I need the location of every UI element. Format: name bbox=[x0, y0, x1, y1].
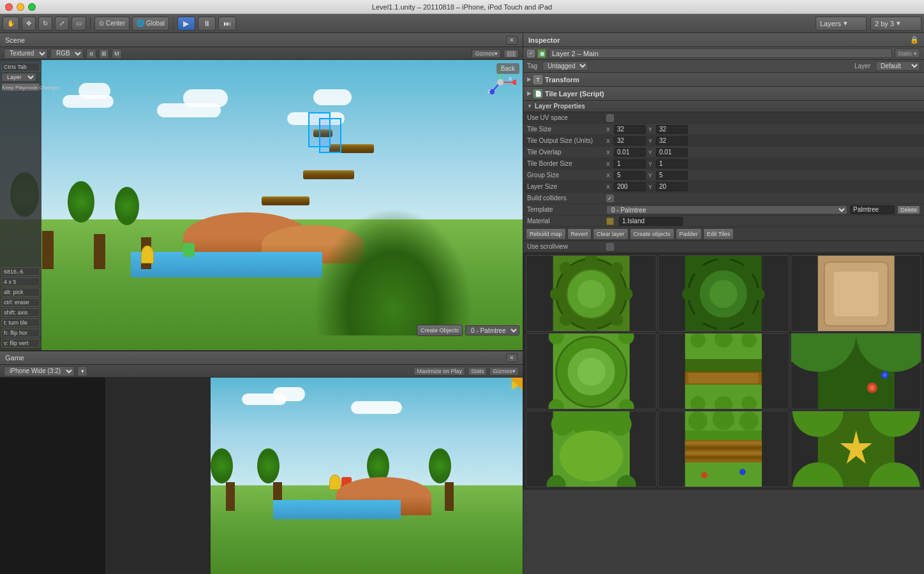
separator-2 bbox=[173, 17, 174, 30]
material-input[interactable] bbox=[619, 217, 683, 226]
mipmap-icon-btn[interactable]: M bbox=[112, 48, 122, 59]
minimize-button[interactable] bbox=[17, 3, 24, 11]
padder-button[interactable]: Padder bbox=[676, 228, 702, 240]
snap-settings-button[interactable]: |||||| bbox=[503, 49, 519, 58]
tile-border-x-input[interactable] bbox=[614, 159, 646, 168]
layers-dropdown[interactable]: Layers ▾ bbox=[816, 17, 867, 31]
object-name-input[interactable] bbox=[549, 48, 892, 58]
tag-select[interactable]: Untagged bbox=[542, 61, 588, 71]
tile-cell-5[interactable] bbox=[658, 333, 789, 409]
stats-button[interactable]: Stats bbox=[468, 367, 488, 376]
tile-overlap-x-input[interactable] bbox=[614, 148, 646, 157]
revert-button[interactable]: Revert bbox=[567, 228, 592, 240]
material-label: Material bbox=[527, 217, 604, 224]
game-header: Game ✕ bbox=[0, 351, 523, 365]
tile-cell-6[interactable] bbox=[791, 333, 921, 409]
tile-output-x-input[interactable] bbox=[614, 136, 646, 145]
inspector-tab-label[interactable]: Inspector bbox=[528, 36, 560, 44]
hand-tool-button[interactable]: ✋ bbox=[3, 17, 19, 31]
clear-layer-button[interactable]: Clear layer bbox=[593, 228, 629, 240]
tile-cell-8[interactable] bbox=[658, 411, 789, 487]
global-icon: 🌐 bbox=[137, 20, 144, 27]
close-scene-button[interactable]: ✕ bbox=[506, 36, 518, 45]
keep-playmode-button[interactable]: Keep Playmode Changes bbox=[1, 83, 40, 92]
group-size-y-input[interactable] bbox=[656, 171, 688, 180]
step-button[interactable]: ⏭ bbox=[218, 17, 236, 31]
tile-cell-4[interactable] bbox=[526, 333, 657, 409]
center-button[interactable]: ⊙ Center bbox=[94, 17, 130, 31]
create-objects-button[interactable]: Create Objects bbox=[417, 325, 463, 336]
scene-tab-label[interactable]: Scene bbox=[5, 36, 25, 44]
template-name-input[interactable] bbox=[850, 205, 895, 214]
maximize-play-button[interactable]: Maximize on Play bbox=[414, 367, 465, 376]
template-select[interactable]: 0 - Palmtree bbox=[606, 205, 847, 214]
game-tab-label[interactable]: Game bbox=[5, 354, 24, 362]
lock-icon[interactable]: 🔒 bbox=[910, 36, 919, 44]
scale-tool-button[interactable]: ⤢ bbox=[55, 17, 69, 31]
tile-size-x-input[interactable] bbox=[614, 125, 646, 134]
tile-cell-1[interactable] bbox=[526, 255, 657, 332]
layer-select[interactable]: Default bbox=[876, 61, 920, 71]
selected-platform-2 bbox=[308, 112, 331, 147]
bush-overlay bbox=[313, 208, 473, 335]
play-button[interactable]: ▶ bbox=[177, 17, 195, 31]
tool-coords[interactable]: CtrIs Tab bbox=[1, 63, 40, 71]
create-objects-inspector-button[interactable]: Create objects bbox=[630, 228, 674, 240]
y-label-5: Y bbox=[648, 172, 655, 179]
game-gizmos-button[interactable]: Gizmos ▾ bbox=[489, 367, 519, 376]
tile-size-y-input[interactable] bbox=[656, 125, 688, 134]
tile-cell-3[interactable] bbox=[791, 255, 921, 332]
gizmos-button[interactable]: Gizmos ▾ bbox=[472, 49, 501, 58]
overdraw-icon-btn[interactable]: ⊞ bbox=[99, 48, 109, 59]
svg-point-62 bbox=[883, 373, 886, 377]
layer-select-overlay[interactable]: Layer 2 - Main bbox=[1, 73, 36, 82]
tile-output-y-input[interactable] bbox=[656, 136, 688, 145]
scene-canvas: CtrIs Tab Layer 2 - Main Keep Playmode C… bbox=[0, 60, 523, 350]
tile-cell-9[interactable] bbox=[791, 411, 921, 487]
tile-size-xy: X Y bbox=[606, 125, 920, 134]
transform-icon: T bbox=[533, 75, 542, 84]
build-colliders-checkbox[interactable] bbox=[606, 195, 614, 202]
close-game-button[interactable]: ✕ bbox=[506, 353, 518, 362]
move-tool-button[interactable]: ✥ bbox=[22, 17, 36, 31]
layer-size-y-input[interactable] bbox=[656, 182, 688, 191]
global-button[interactable]: 🌐 Global bbox=[132, 17, 169, 31]
tile-overlap-xy: X Y bbox=[606, 148, 920, 157]
use-scrollview-checkbox[interactable] bbox=[606, 243, 614, 251]
tile-cell-7[interactable] bbox=[526, 411, 657, 487]
layer-size-x-input[interactable] bbox=[614, 182, 646, 191]
use-uv-checkbox[interactable] bbox=[606, 114, 614, 122]
alpha-icon-btn[interactable]: α bbox=[86, 48, 96, 59]
game-resolution-select[interactable]: iPhone Wide (3:2) bbox=[4, 366, 75, 376]
tile-output-y-pair: Y bbox=[648, 136, 688, 145]
tile-palette bbox=[523, 253, 924, 490]
svg-point-19 bbox=[611, 313, 623, 326]
pause-button[interactable]: ⏸ bbox=[198, 17, 216, 31]
group-size-x-input[interactable] bbox=[614, 171, 646, 180]
center-icon: ⊙ bbox=[99, 20, 104, 27]
tile-overlap-y-input[interactable] bbox=[656, 148, 688, 157]
object-active-checkbox[interactable]: ✓ bbox=[527, 50, 535, 57]
rotate-tool-button[interactable]: ↻ bbox=[38, 17, 52, 31]
back-button[interactable]: Back bbox=[496, 63, 519, 74]
inspector-header: Inspector 🔒 bbox=[523, 33, 924, 47]
tile-cell-2[interactable] bbox=[658, 255, 789, 332]
maximize-button[interactable] bbox=[28, 3, 36, 11]
edit-tiles-button[interactable]: Edit Tiles bbox=[703, 228, 734, 240]
game-aspect-btn[interactable]: ▾ bbox=[77, 366, 87, 376]
close-button[interactable] bbox=[5, 3, 13, 11]
tile-layer-label: Tile Layer (Script) bbox=[545, 90, 604, 98]
scene-left-tools: CtrIs Tab Layer 2 - Main Keep Playmode C… bbox=[0, 60, 41, 350]
rect-tool-button[interactable]: ▭ bbox=[71, 17, 86, 31]
scene-mode-select[interactable]: Textured bbox=[4, 48, 48, 59]
separator bbox=[90, 17, 91, 30]
layer-size-row: Layer Size X Y bbox=[523, 181, 924, 193]
game-tree-top-1 bbox=[211, 448, 233, 483]
rebuild-map-button[interactable]: Rebuild map bbox=[526, 228, 566, 240]
palmtree-select[interactable]: 0 - Palmtree bbox=[465, 325, 519, 335]
scene-rgb-select[interactable]: RGB bbox=[50, 48, 84, 59]
game-inner bbox=[211, 378, 523, 574]
tile-border-y-input[interactable] bbox=[656, 159, 688, 168]
delete-template-button[interactable]: Delete bbox=[897, 205, 920, 214]
layout-dropdown[interactable]: 2 by 3 ▾ bbox=[870, 17, 921, 31]
